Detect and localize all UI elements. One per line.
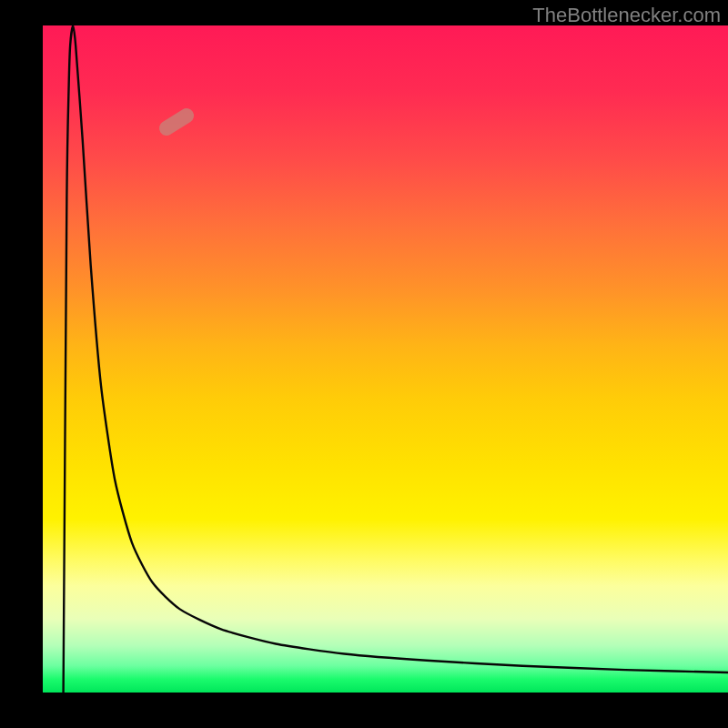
watermark-text: TheBottlenecker.com xyxy=(532,4,721,27)
curve-svg xyxy=(43,25,728,693)
chart-plot-area xyxy=(43,25,728,693)
